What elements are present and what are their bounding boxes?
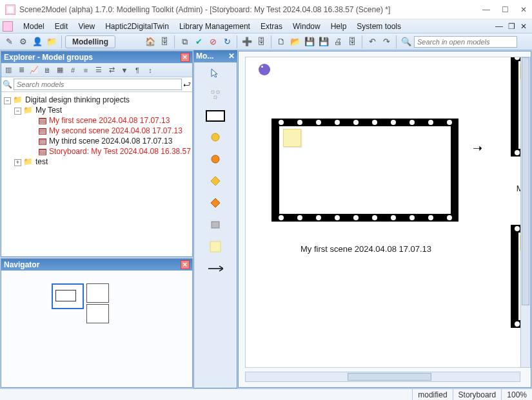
arrows-icon[interactable]: ⇄ — [106, 64, 117, 76]
search-icon[interactable]: 🔍 — [3, 80, 12, 89]
folder-icon[interactable]: 📁 — [45, 35, 58, 48]
storyboard-frame-1[interactable] — [271, 119, 458, 222]
undo-icon[interactable]: ↶ — [366, 35, 379, 48]
new-doc-icon[interactable]: 🗋 — [275, 35, 288, 48]
binoculars-icon[interactable]: 🔍 — [400, 35, 413, 48]
layers-icon[interactable]: ≡ — [80, 64, 92, 76]
sticky-note-icon[interactable] — [283, 129, 301, 147]
hash-icon[interactable]: # — [67, 64, 79, 76]
maximize-button[interactable]: ☐ — [502, 5, 509, 14]
svg-rect-7 — [212, 222, 219, 228]
doc-icon[interactable]: 🗎 — [41, 64, 53, 76]
check-icon[interactable]: ✔ — [192, 35, 205, 48]
type-icon[interactable]: ¶ — [132, 64, 143, 76]
db2-icon[interactable]: 🗄 — [255, 35, 268, 48]
navigator-canvas[interactable] — [1, 271, 192, 387]
redo-icon[interactable]: ↷ — [380, 35, 393, 48]
explorer-toolbar: ▥ ≣ 📈 🗎 ▦ # ≡ ☰ ⇄ ▼ ¶ ↕ — [1, 63, 192, 77]
save-icon[interactable]: 💾 — [303, 35, 316, 48]
gray-square-tool[interactable] — [208, 218, 223, 231]
yellow-circle-tool[interactable] — [208, 131, 223, 144]
rect-tool[interactable] — [206, 110, 225, 122]
print-icon[interactable]: 🖨 — [331, 35, 344, 48]
search-models-input[interactable] — [414, 36, 517, 48]
pointer-tool[interactable] — [208, 66, 223, 79]
menu-extras[interactable]: Extras — [255, 21, 288, 32]
menu-library[interactable]: Library Management — [174, 21, 255, 32]
model-tree[interactable]: −📁Digital design thinking projects −📁My … — [1, 92, 192, 169]
tree-node-mytest[interactable]: My Test — [35, 106, 62, 115]
expander-icon[interactable]: − — [4, 97, 11, 104]
expander-icon[interactable]: + — [14, 159, 21, 166]
mode-tag[interactable]: Modelling — [65, 35, 115, 48]
expander-icon[interactable]: − — [14, 108, 21, 115]
person-icon[interactable]: 👤 — [31, 35, 44, 48]
explorer-panel: Explorer - Model groups ✕ ▥ ≣ 📈 🗎 ▦ # ≡ … — [1, 51, 193, 257]
search-go-icon[interactable]: ⮐ — [183, 80, 191, 89]
grid-icon[interactable]: ▦ — [54, 64, 66, 76]
navigator-close-button[interactable]: ✕ — [181, 260, 190, 269]
refresh-icon[interactable]: ↻ — [221, 35, 233, 48]
cascade-icon[interactable]: ⧉ — [178, 35, 191, 48]
app-menu-icon[interactable] — [3, 21, 13, 32]
mdi-close-button[interactable]: ✕ — [520, 22, 527, 31]
status-modified: modified — [412, 389, 452, 400]
navigator-thumb — [86, 283, 109, 303]
svg-point-6 — [212, 155, 219, 163]
navigator-thumb — [86, 304, 109, 323]
funnel-icon[interactable]: ▼ — [119, 64, 130, 76]
home-icon[interactable]: 🏠 — [144, 35, 157, 48]
saveall-icon[interactable]: 💾 — [317, 35, 330, 48]
svg-point-5 — [212, 133, 219, 141]
connector-arrow-icon[interactable]: ➝ — [473, 141, 482, 155]
canvas-area[interactable]: My first scene 2024.04.08 17.07.13 ➝ My — [238, 51, 531, 388]
tree-node-test[interactable]: test — [35, 157, 48, 166]
orange-diamond-tool[interactable] — [208, 196, 223, 209]
navigator-panel: Navigator ✕ — [1, 258, 193, 388]
db-icon[interactable]: 🗄 — [158, 35, 171, 48]
plus-icon[interactable]: ➕ — [241, 35, 253, 48]
explorer-close-button[interactable]: ✕ — [181, 53, 190, 62]
filter-icon[interactable]: ▥ — [3, 64, 14, 76]
stack-icon[interactable]: ☰ — [93, 64, 104, 76]
status-zoom[interactable]: 100% — [501, 389, 532, 400]
title-bar: Scene2Model (alpha) 1.7.0: Modelling Too… — [0, 0, 532, 19]
mdi-minimize-button[interactable]: — — [495, 22, 503, 31]
menu-model[interactable]: Model — [18, 21, 50, 32]
explorer-search-input[interactable] — [14, 79, 182, 90]
menu-edit[interactable]: Edit — [50, 21, 74, 32]
db3-icon[interactable]: 🗄 — [346, 35, 359, 48]
tree-item[interactable]: My first scene 2024.04.08 17.07.13 — [49, 116, 170, 125]
tree-item[interactable]: My second scene 2024.04.08 17.07.13 — [49, 126, 182, 135]
vertical-scrollbar[interactable] — [520, 57, 531, 368]
tree-item[interactable]: My third scene 2024.04.08 17.07.13 — [49, 137, 172, 146]
navigator-viewport[interactable] — [52, 283, 84, 309]
align-tool[interactable] — [208, 88, 223, 101]
window-title: Scene2Model (alpha) 1.7.0: Modelling Too… — [19, 5, 482, 14]
minimize-button[interactable]: — — [482, 5, 490, 14]
menu-window[interactable]: Window — [288, 21, 326, 32]
menu-help[interactable]: Help — [326, 21, 352, 32]
model-tool-close-button[interactable]: ✕ — [228, 52, 235, 61]
pen-icon[interactable]: ✎ — [3, 35, 15, 48]
menu-haptic[interactable]: Haptic2DigitalTwin — [100, 21, 174, 32]
menu-view[interactable]: View — [73, 21, 100, 32]
note-tool[interactable] — [208, 240, 223, 253]
menu-system-tools[interactable]: System tools — [351, 21, 406, 32]
arrow-tool[interactable] — [208, 262, 223, 275]
folder-icon: 📁 — [23, 157, 33, 166]
cancel-icon[interactable]: ⊘ — [206, 35, 219, 48]
status-bar: modified Storyboard 100% — [0, 388, 532, 400]
tree-item[interactable]: Storyboard: My Test 2024.04.08 16.38.57 — [49, 147, 191, 156]
orange-circle-tool[interactable] — [208, 153, 223, 166]
horizontal-scrollbar[interactable] — [245, 372, 520, 382]
tree-root[interactable]: Digital design thinking projects — [25, 95, 130, 104]
chart-icon[interactable]: 📈 — [28, 64, 40, 76]
gear-icon[interactable]: ⚙ — [17, 35, 30, 48]
close-button[interactable]: ✕ — [520, 5, 527, 14]
mdi-restore-button[interactable]: ❐ — [508, 22, 515, 31]
sort-icon[interactable]: ↕ — [144, 64, 156, 76]
yellow-diamond-tool[interactable] — [208, 175, 223, 187]
list-icon[interactable]: ≣ — [15, 64, 27, 76]
open-icon[interactable]: 📂 — [289, 35, 302, 48]
